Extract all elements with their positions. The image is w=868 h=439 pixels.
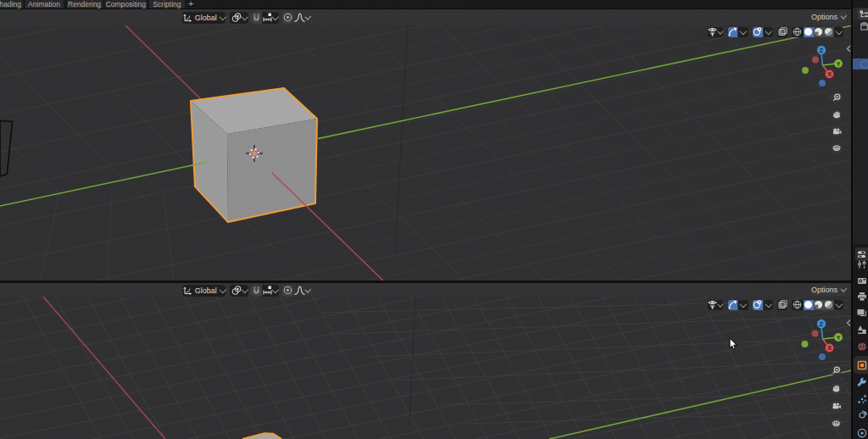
svg-text:Y: Y (837, 61, 841, 67)
svg-text:X: X (827, 71, 832, 77)
svg-text:Z: Z (820, 321, 824, 327)
svg-text:Z: Z (820, 47, 824, 53)
svg-text:X: X (827, 345, 832, 351)
svg-text:Y: Y (837, 335, 841, 341)
